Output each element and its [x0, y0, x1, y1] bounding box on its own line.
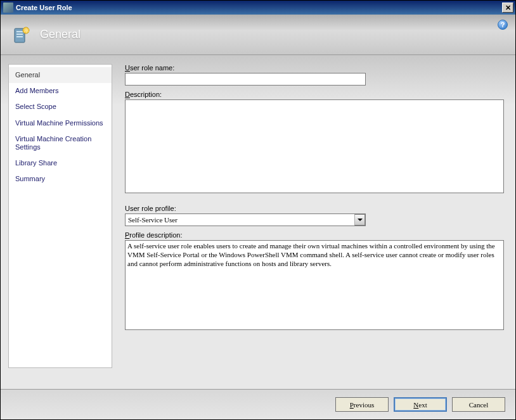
wizard-body: General Add Members Select Scope Virtual… [1, 55, 515, 389]
user-role-profile-label: User role profile: [125, 205, 504, 212]
sidebar-item-vm-creation-settings[interactable]: Virtual Machine Creation Settings [9, 131, 112, 155]
main-content: User role name: Description: User role p… [120, 64, 508, 384]
cancel-button[interactable]: Cancel [452, 397, 505, 412]
user-role-name-label: User role name: [125, 64, 504, 72]
sidebar-item-library-share[interactable]: Library Share [9, 155, 112, 171]
next-button[interactable]: Next [394, 397, 447, 412]
wizard-header: General ? [1, 15, 515, 55]
sidebar-item-general[interactable]: General [9, 67, 112, 83]
sidebar-item-vm-permissions[interactable]: Virtual Machine Permissions [9, 115, 112, 131]
chevron-down-icon[interactable] [354, 214, 365, 226]
description-textarea[interactable] [125, 99, 504, 193]
user-role-profile-select[interactable]: Self-Service User [125, 213, 366, 226]
wizard-steps: General Add Members Select Scope Virtual… [8, 64, 112, 368]
help-icon[interactable]: ? [498, 20, 508, 30]
dialog-window: Create User Role ✕ General ? General Add… [0, 0, 516, 420]
previous-button[interactable]: Previous [335, 397, 389, 412]
wizard-footer: Previous Next Cancel [1, 389, 515, 419]
sidebar-item-add-members[interactable]: Add Members [9, 83, 112, 99]
profile-description-textarea[interactable] [125, 240, 504, 330]
title-bar: Create User Role ✕ [1, 1, 515, 15]
wizard-icon [12, 25, 32, 45]
window-title: Create User Role [16, 4, 502, 11]
sidebar-item-summary[interactable]: Summary [9, 171, 112, 187]
user-role-name-input[interactable] [125, 73, 366, 86]
svg-rect-1 [16, 31, 23, 32]
description-label: Description: [125, 91, 504, 98]
close-button[interactable]: ✕ [502, 3, 513, 13]
user-role-profile-value: Self-Service User [125, 213, 366, 226]
svg-rect-3 [16, 36, 23, 37]
app-icon [3, 3, 13, 13]
page-title: General [40, 28, 81, 41]
svg-rect-2 [16, 34, 23, 35]
close-icon: ✕ [505, 4, 511, 12]
sidebar-item-select-scope[interactable]: Select Scope [9, 99, 112, 115]
profile-description-label: Profile description: [125, 231, 504, 239]
